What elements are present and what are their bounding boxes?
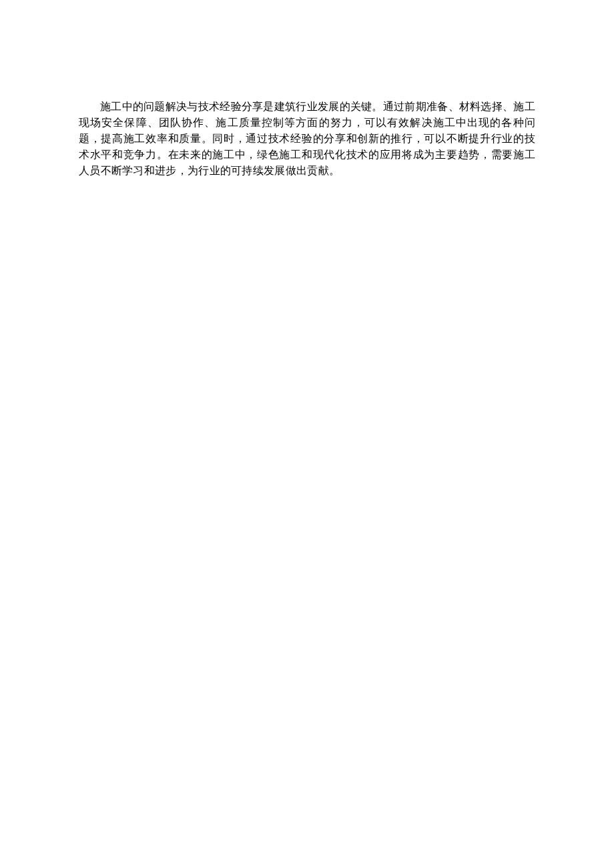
document-page: 施工中的问题解决与技术经验分享是建筑行业发展的关键。通过前期准备、材料选择、施工… (0, 0, 614, 179)
body-paragraph: 施工中的问题解决与技术经验分享是建筑行业发展的关键。通过前期准备、材料选择、施工… (79, 99, 535, 179)
